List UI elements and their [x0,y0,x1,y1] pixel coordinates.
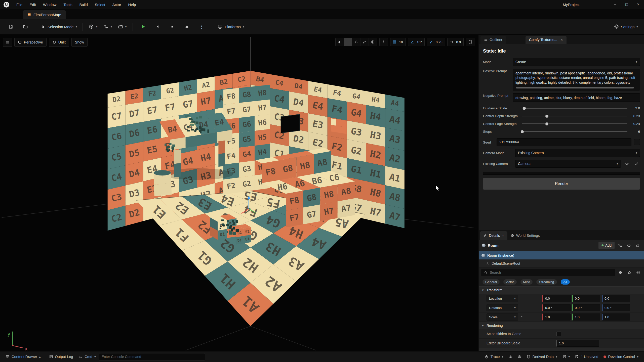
platforms-dropdown[interactable]: Platforms ▾ [216,22,246,31]
filter-misc[interactable]: Misc [520,279,533,285]
location-x-field[interactable]: 0.0 [542,295,571,302]
convert-to-blueprint-button[interactable] [617,242,623,249]
control-edge-strength-slider[interactable] [521,121,628,126]
tab-firstpersonmap[interactable]: FirstPersonMap* [23,10,66,19]
grid-snap-value[interactable]: 10 [398,40,405,44]
camera-speed-value[interactable]: 0.9 [456,40,463,44]
pick-actor-button[interactable] [623,160,630,167]
move-tool-button[interactable] [344,38,352,46]
tab-details[interactable]: Details × [480,231,507,240]
frame-skip-button[interactable] [151,22,165,31]
slider-handle[interactable] [520,130,524,133]
menu-edit[interactable]: Edit [26,0,39,9]
selection-mode-dropdown[interactable]: Selection Mode ▾ [39,22,79,31]
scale-x-field[interactable]: 1.0 [542,313,571,321]
unsaved-button[interactable]: 1 Unsaved [572,351,601,362]
rotation-x-field[interactable]: 0.0 ° [542,304,571,311]
filter-streaming[interactable]: Streaming [536,279,557,285]
guidance-scale-slider[interactable] [521,106,628,111]
add-component-button[interactable]: + Add [598,242,615,249]
viewport-options-button[interactable] [3,38,12,47]
slider-handle[interactable] [522,107,526,110]
menu-actor[interactable]: Actor [109,0,125,9]
show-dropdown[interactable]: Show [71,38,88,47]
view-options-button[interactable] [617,269,624,276]
revision-control-dropdown[interactable]: Revision Control ▾ [601,351,641,362]
tab-outliner[interactable]: Outliner [480,36,506,44]
favorites-button[interactable] [626,269,633,276]
location-dropdown[interactable]: Location ▾ [487,295,518,302]
blueprints-dropdown[interactable]: ▾ [101,22,114,31]
trace-dropdown[interactable]: Trace ▾ [482,351,506,362]
scale-lock-icon[interactable] [520,315,524,319]
output-log-button[interactable]: Output Log [47,351,76,362]
rotate-tool-button[interactable] [352,38,360,46]
lock-details-button[interactable] [634,242,641,249]
scale-dropdown[interactable]: Scale ▾ [487,313,518,321]
details-settings-button[interactable] [635,269,641,276]
menu-file[interactable]: File [13,0,26,9]
package-button[interactable] [515,351,524,362]
slider-handle[interactable] [545,114,549,118]
eyedropper-button[interactable] [633,160,640,167]
play-options-button[interactable]: ⋮ [195,22,208,31]
camera-speed-button[interactable] [448,38,456,46]
scale-y-field[interactable]: 1.0 [572,313,600,321]
viewport-3d-scene[interactable]: D2E2F2G2H2A2B2C2B4C4D4E4F4G4H4A4C7D7E7F7… [0,35,478,351]
scale-tool-button[interactable] [360,38,369,46]
content-drawer-button[interactable]: Content Drawer ▴ [3,351,43,362]
location-y-field[interactable]: 0.0 [572,295,600,302]
section-rendering[interactable]: ▼ Rendering [479,322,644,329]
derived-data-dropdown[interactable]: Derived Data ▾ [524,351,560,362]
maximize-button[interactable]: □ [621,0,632,9]
stop-button[interactable] [166,22,179,31]
console-command-input[interactable] [99,353,205,360]
seed-input[interactable] [497,138,631,146]
camera-mode-dropdown[interactable]: Existing Camera ▾ [515,149,640,157]
menu-select[interactable]: Select [91,0,109,9]
select-tool-button[interactable] [336,38,344,46]
steps-slider[interactable] [521,129,628,134]
tab-comfy-textures[interactable]: Comfy Textures... × [526,36,567,44]
section-transform[interactable]: ▼ Transform [479,286,644,294]
search-input[interactable] [489,270,613,275]
world-space-toggle[interactable] [369,38,377,46]
surface-snap-button[interactable] [380,38,388,46]
rotation-snap-button[interactable] [408,38,416,46]
seed-checkbox[interactable] [634,139,640,145]
grid-snap-button[interactable] [390,38,398,46]
render-button[interactable]: Render [483,178,640,190]
save-button[interactable] [4,22,18,31]
play-button[interactable] [136,22,150,31]
rotation-z-field[interactable]: 0.0 ° [602,304,630,311]
filter-actor[interactable]: Actor [503,279,516,285]
menu-window[interactable]: Window [39,0,60,9]
existing-camera-dropdown[interactable]: Camera ▾ [515,160,621,168]
rotation-snap-value[interactable]: 10° [416,40,424,44]
slider-handle[interactable] [545,122,549,126]
filter-general[interactable]: General [482,279,500,285]
negative-prompt-input[interactable]: drawing, painting, anime, blur, blurry, … [513,93,640,102]
close-button[interactable]: × [632,0,644,9]
maximize-viewport-button[interactable] [466,38,474,46]
rotation-y-field[interactable]: 0.0 ° [572,304,600,311]
menu-build[interactable]: Build [76,0,91,9]
add-actor-dropdown[interactable]: ▾ [86,22,100,31]
billboard-scale-field[interactable]: 1.0 [556,340,599,347]
close-tab-icon[interactable]: × [561,38,563,42]
location-z-field[interactable]: 0.0 [602,295,630,302]
help-button[interactable] [626,242,632,249]
menu-help[interactable]: Help [125,0,140,9]
positive-prompt-input[interactable]: apartment interior, rundown, post apocal… [513,69,640,90]
settings-dropdown[interactable]: Settings ▾ [612,22,640,31]
tree-row-room-instance[interactable]: Room (Instance) [479,251,644,259]
close-tab-icon[interactable]: × [502,234,504,238]
cmd-dropdown[interactable]: Cmd ▾ [76,351,98,362]
filter-all[interactable]: All [561,279,570,285]
screenshot-button[interactable] [506,351,515,362]
scale-snap-value[interactable]: 0.25 [435,40,445,44]
cinematics-dropdown[interactable]: ▾ [115,22,129,31]
perspective-dropdown[interactable]: Perspective [14,38,47,47]
search-box[interactable] [481,269,615,276]
view-mode-dropdown[interactable]: Unlit [49,38,69,47]
